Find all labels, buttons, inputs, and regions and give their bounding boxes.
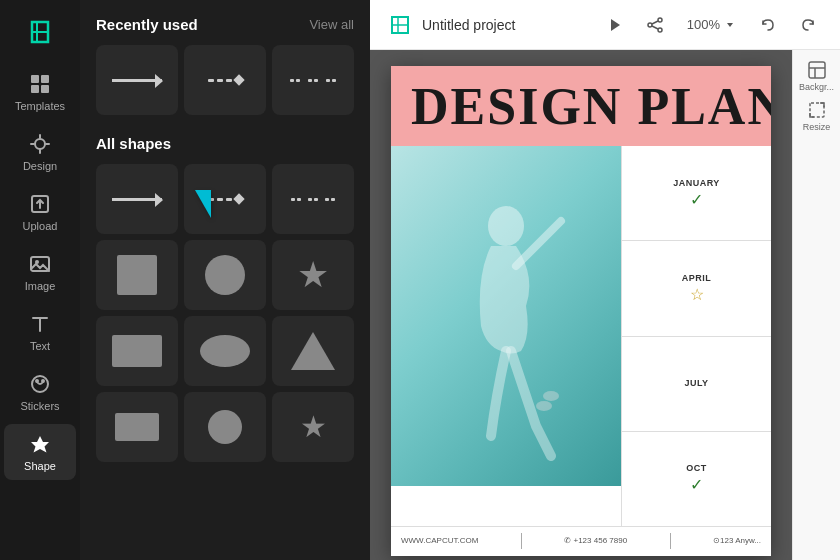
quarter-apr-icon: ☆ bbox=[690, 285, 704, 304]
svg-line-15 bbox=[652, 21, 658, 24]
view-all-link[interactable]: View all bbox=[309, 17, 354, 32]
svg-point-19 bbox=[536, 401, 552, 411]
quarter-jan-icon: ✓ bbox=[690, 190, 703, 209]
stickers-label: Stickers bbox=[20, 400, 59, 412]
svg-rect-1 bbox=[41, 75, 49, 83]
dashed2-icon bbox=[291, 198, 335, 201]
recent-shape-arrow[interactable] bbox=[96, 45, 178, 115]
arrow-icon bbox=[112, 198, 162, 201]
all-shapes-grid: ★ ★ bbox=[96, 164, 354, 462]
zoom-value: 100% bbox=[687, 17, 720, 32]
shape-label: Shape bbox=[24, 460, 56, 472]
doc-footer: WWW.CAPCUT.COM ✆ +123 456 7890 ⊙123 Anyw… bbox=[391, 526, 771, 554]
undo-button[interactable] bbox=[752, 9, 784, 41]
shape-star[interactable]: ★ bbox=[272, 240, 354, 310]
shape-rect-wide[interactable] bbox=[96, 316, 178, 386]
recently-used-header: Recently used View all bbox=[96, 16, 354, 33]
resize-tool-label: Resize bbox=[803, 122, 831, 132]
sidebar-item-design[interactable]: Design bbox=[4, 124, 76, 180]
svg-point-10 bbox=[42, 380, 44, 382]
quarter-jul-label: JULY bbox=[684, 378, 708, 388]
shape-circle[interactable] bbox=[184, 240, 266, 310]
shape-square[interactable] bbox=[96, 240, 178, 310]
sidebar-item-shape[interactable]: Shape bbox=[4, 424, 76, 480]
footer-url: WWW.CAPCUT.COM bbox=[401, 536, 478, 545]
footer-divider-2 bbox=[670, 533, 671, 549]
rect-small-icon bbox=[115, 413, 159, 441]
app-logo bbox=[20, 12, 60, 52]
svg-rect-3 bbox=[41, 85, 49, 93]
stickers-icon bbox=[28, 372, 52, 396]
footer-phone: ✆ +123 456 7890 bbox=[564, 536, 627, 545]
shape-rect-small[interactable] bbox=[96, 392, 178, 462]
sidebar-item-image[interactable]: Image bbox=[4, 244, 76, 300]
doc-sidebar: JANUARY ✓ APRIL ☆ JULY OCT bbox=[621, 146, 771, 526]
image-icon bbox=[28, 252, 52, 276]
upload-icon bbox=[28, 192, 52, 216]
templates-label: Templates bbox=[15, 100, 65, 112]
zoom-control[interactable]: 100% bbox=[679, 13, 744, 36]
shape-oval[interactable] bbox=[184, 316, 266, 386]
svg-marker-11 bbox=[611, 19, 620, 31]
arrow-dashed-diamond-icon bbox=[208, 76, 243, 84]
star-icon: ★ bbox=[297, 257, 329, 293]
background-tool[interactable]: Backgr... bbox=[799, 58, 835, 94]
recent-shape-dashed-diamond[interactable] bbox=[184, 45, 266, 115]
svg-rect-0 bbox=[31, 75, 39, 83]
sidebar-item-upload[interactable]: Upload bbox=[4, 184, 76, 240]
oval-icon bbox=[200, 335, 250, 367]
shape-circle-sm[interactable] bbox=[184, 392, 266, 462]
project-title: Untitled project bbox=[422, 17, 515, 33]
shape-arrow[interactable] bbox=[96, 164, 178, 234]
quarter-row-apr: APRIL ☆ bbox=[622, 241, 771, 336]
left-sidebar: Templates Design Upload Image bbox=[0, 0, 80, 560]
canvas-wrapper[interactable]: DESIGN PLAN bbox=[370, 50, 792, 560]
quarter-jan-label: JANUARY bbox=[673, 178, 720, 188]
recent-shape-dashed-right[interactable] bbox=[272, 45, 354, 115]
topbar: Untitled project 100% bbox=[370, 0, 840, 50]
doc-image bbox=[391, 146, 621, 486]
svg-rect-2 bbox=[31, 85, 39, 93]
quarter-row-jan: JANUARY ✓ bbox=[622, 146, 771, 241]
design-icon bbox=[28, 132, 52, 156]
rect-wide-icon bbox=[112, 335, 162, 367]
canvas-document: DESIGN PLAN bbox=[391, 66, 771, 556]
footer-address: ⊙123 Anyw... bbox=[713, 536, 761, 545]
doc-header: DESIGN PLAN bbox=[391, 66, 771, 146]
canvas-area: Untitled project 100% bbox=[370, 0, 840, 560]
doc-body: JANUARY ✓ APRIL ☆ JULY OCT bbox=[391, 146, 771, 526]
play-button[interactable] bbox=[599, 9, 631, 41]
image-label: Image bbox=[25, 280, 56, 292]
redo-button[interactable] bbox=[792, 9, 824, 41]
resize-tool[interactable]: Resize bbox=[799, 98, 835, 134]
text-icon bbox=[28, 312, 52, 336]
sidebar-item-templates[interactable]: Templates bbox=[4, 64, 76, 120]
triangle-icon bbox=[291, 332, 335, 370]
svg-point-12 bbox=[658, 18, 662, 22]
circle-icon bbox=[205, 255, 245, 295]
upload-label: Upload bbox=[23, 220, 58, 232]
svg-point-4 bbox=[35, 139, 45, 149]
sidebar-item-stickers[interactable]: Stickers bbox=[4, 364, 76, 420]
star-sm-icon: ★ bbox=[300, 412, 327, 442]
shape-triangle[interactable] bbox=[272, 316, 354, 386]
shape-icon bbox=[28, 432, 52, 456]
background-tool-label: Backgr... bbox=[799, 82, 834, 92]
right-tools: Backgr... Resize bbox=[792, 50, 840, 560]
svg-point-14 bbox=[658, 28, 662, 32]
svg-rect-21 bbox=[810, 103, 824, 117]
square-icon bbox=[117, 255, 157, 295]
shape-dashed-diamond[interactable] bbox=[184, 164, 266, 234]
quarter-row-oct: OCT ✓ bbox=[622, 432, 771, 526]
shape-star-sm[interactable]: ★ bbox=[272, 392, 354, 462]
all-shapes-title: All shapes bbox=[96, 135, 354, 152]
svg-point-13 bbox=[648, 23, 652, 27]
topbar-left: Untitled project bbox=[386, 11, 515, 39]
footer-divider bbox=[521, 533, 522, 549]
sidebar-item-text[interactable]: Text bbox=[4, 304, 76, 360]
dashed-diamond-icon bbox=[208, 195, 243, 203]
shape-dashed2[interactable] bbox=[272, 164, 354, 234]
share-button[interactable] bbox=[639, 9, 671, 41]
recently-used-grid bbox=[96, 45, 354, 115]
svg-point-17 bbox=[488, 206, 524, 246]
